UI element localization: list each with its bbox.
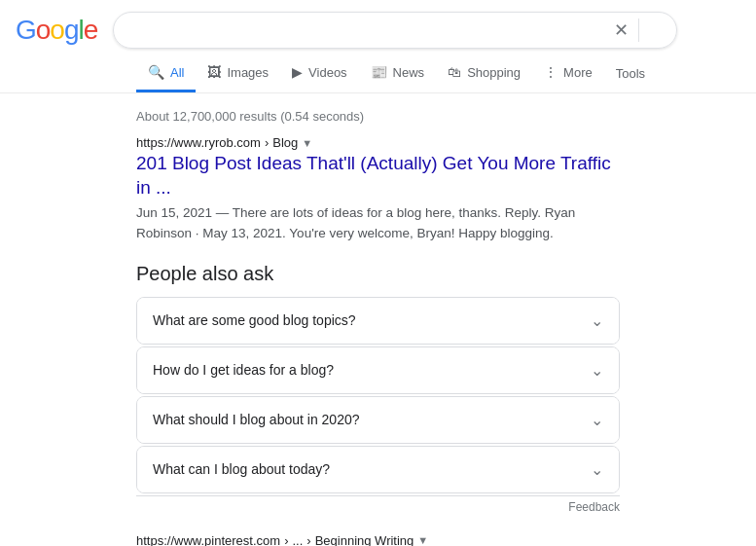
chevron-down-icon: ⌄: [591, 311, 603, 330]
people-also-ask: People also ask What are some good blog …: [136, 263, 620, 518]
result-url-1: https://www.ryrob.com › Blog ▼: [136, 135, 620, 150]
chevron-down-icon: ⌄: [591, 460, 603, 479]
header: Google "ideas for a blog" ✕: [0, 0, 756, 55]
images-icon: 🖼: [207, 64, 221, 80]
more-icon: ⋮: [544, 64, 558, 80]
search-box[interactable]: "ideas for a blog" ✕: [113, 12, 677, 49]
paa-item-0: What are some good blog topics? ⌄: [136, 297, 620, 345]
voice-search-button[interactable]: [647, 28, 651, 32]
clear-button[interactable]: ✕: [612, 19, 630, 41]
search-result-2: https://www.pinterest.com › ... › Beginn…: [136, 533, 620, 546]
paa-question-0[interactable]: What are some good blog topics? ⌄: [137, 298, 619, 344]
result-title-1[interactable]: 201 Blog Post Ideas That'll (Actually) G…: [136, 152, 620, 200]
shopping-icon: 🛍: [448, 64, 461, 80]
search-result-1: https://www.ryrob.com › Blog ▼ 201 Blog …: [136, 135, 620, 243]
tab-videos[interactable]: ▶ Videos: [280, 55, 359, 92]
tab-images[interactable]: 🖼 Images: [196, 55, 280, 92]
results-count: About 12,700,000 results (0.54 seconds): [136, 101, 620, 135]
paa-item-3: What can I blog about today? ⌄: [136, 446, 620, 493]
url-dropdown-arrow[interactable]: ▼: [302, 137, 312, 149]
all-icon: 🔍: [148, 64, 164, 80]
nav-tabs: 🔍 All 🖼 Images ▶ Videos 📰 News 🛍 Shoppin…: [0, 55, 756, 93]
paa-question-1[interactable]: How do I get ideas for a blog? ⌄: [137, 347, 619, 393]
chevron-down-icon: ⌄: [591, 361, 603, 380]
feedback-wrapper: Feedback: [136, 495, 620, 518]
paa-title: People also ask: [136, 263, 620, 285]
tools-button[interactable]: Tools: [604, 56, 657, 91]
result-snippet-1: Jun 15, 2021 — There are lots of ideas f…: [136, 203, 620, 243]
feedback-button[interactable]: Feedback: [136, 495, 620, 518]
search-submit-button[interactable]: [659, 28, 663, 32]
news-icon: 📰: [371, 64, 387, 80]
paa-item-1: How do I get ideas for a blog? ⌄: [136, 346, 620, 394]
search-input[interactable]: "ideas for a blog": [127, 21, 604, 39]
paa-item-2: What should I blog about in 2020? ⌄: [136, 396, 620, 444]
divider: [638, 18, 639, 42]
result-url-2: https://www.pinterest.com › ... › Beginn…: [136, 533, 620, 546]
paa-question-3[interactable]: What can I blog about today? ⌄: [137, 447, 619, 492]
main-content: About 12,700,000 results (0.54 seconds) …: [0, 93, 756, 546]
tab-all[interactable]: 🔍 All: [136, 55, 196, 92]
search-icons: ✕: [612, 18, 663, 42]
videos-icon: ▶: [292, 64, 303, 80]
tab-more[interactable]: ⋮ More: [532, 55, 604, 92]
url-dropdown-arrow-2[interactable]: ▼: [417, 534, 428, 546]
chevron-down-icon: ⌄: [591, 411, 603, 429]
paa-question-2[interactable]: What should I blog about in 2020? ⌄: [137, 397, 619, 443]
google-logo[interactable]: Google: [16, 15, 97, 46]
tab-news[interactable]: 📰 News: [359, 55, 437, 92]
tab-shopping[interactable]: 🛍 Shopping: [436, 55, 532, 92]
